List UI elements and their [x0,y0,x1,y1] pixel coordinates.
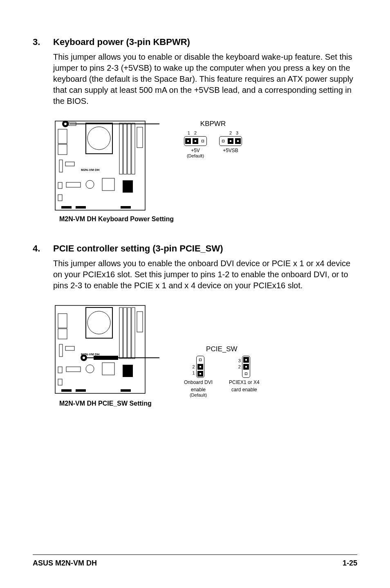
pin-label: 2 [238,364,241,369]
jumper-label: PCIEX1 or X4 [229,379,260,385]
svg-rect-46 [102,363,114,375]
jumper-default: (Default) [190,393,207,397]
section-pcie-controller: 4. PCIE controller setting (3-pin PCIE_S… [33,243,357,407]
diagram-caption: M2N-VM DH Keyboard Power Setting [59,215,357,223]
svg-rect-22 [58,195,62,201]
svg-point-38 [83,357,85,359]
section-number: 3. [33,37,53,47]
svg-rect-35 [59,344,63,357]
svg-rect-25 [121,206,131,209]
svg-rect-21 [123,180,133,193]
svg-rect-18 [66,182,81,187]
section-body: This jumper allows you to enable or disa… [53,52,357,107]
page-footer: ASUS M2N-VM DH 1-25 [33,554,357,568]
svg-rect-20 [102,178,114,191]
pin-label: 3 [236,130,238,135]
svg-rect-24 [76,206,86,209]
svg-rect-2 [58,144,67,155]
jumper-icon [242,356,250,378]
svg-point-4 [87,127,110,150]
svg-rect-31 [119,307,123,359]
svg-point-45 [86,365,94,373]
pin-label: 2 [229,130,232,135]
pin-label: 2 [194,130,197,135]
footer-right: 1-25 [343,559,357,568]
svg-point-30 [87,311,110,334]
section-number: 4. [33,243,53,254]
svg-rect-17 [58,182,62,189]
svg-rect-41 [94,356,118,360]
svg-rect-16 [137,127,143,148]
diagram-kbpwr: M2N-VM DH KBPWR 1 2 [53,119,357,213]
motherboard-diagram-icon: M2N-VM DH [53,303,159,395]
jumper-header: PCIE_SW [184,345,260,353]
svg-rect-47 [123,365,133,377]
jumper-icon [219,136,242,146]
svg-rect-28 [58,329,67,339]
svg-rect-27 [58,314,67,328]
svg-rect-44 [66,367,81,372]
svg-rect-50 [76,389,86,392]
section-title: PCIE controller setting (3-pin PCIE_SW) [53,243,223,254]
svg-rect-49 [61,389,72,392]
svg-rect-33 [128,307,131,359]
jumper-label: Onboard DVI [184,379,213,385]
jumper-label: +5V [184,148,207,153]
svg-point-19 [86,180,94,189]
motherboard-diagram-icon: M2N-VM DH [53,119,159,213]
svg-rect-1 [58,129,67,144]
jumper-label: card enable [231,387,257,393]
diagram-caption: M2N-VM DH PCIE_SW Setting [59,400,357,407]
svg-rect-51 [121,389,131,392]
svg-rect-8 [132,123,135,174]
svg-rect-32 [123,307,127,359]
svg-rect-14 [59,160,63,172]
footer-left: ASUS M2N-VM DH [33,559,97,568]
jumper-icon [196,356,204,378]
svg-rect-36 [65,346,74,350]
jumper-default: (Default) [184,153,207,158]
svg-rect-5 [119,123,123,174]
svg-rect-42 [137,312,143,332]
pin-label: 1 [188,130,190,135]
pin-label: 1 [192,370,195,375]
diagram-pcie: M2N-VM DH PCIE_SW [53,303,357,397]
svg-rect-7 [128,123,131,174]
svg-point-10 [64,123,67,125]
pin-label: 3 [238,358,241,363]
svg-rect-3 [86,123,112,154]
svg-rect-48 [58,379,62,385]
pin-label: 2 [192,364,195,369]
jumper-label: enable [191,387,206,393]
section-title: Keyboard power (3-pin KBPWR) [53,37,190,47]
svg-rect-43 [58,367,62,373]
jumper-header: KBPWR [184,120,242,128]
jumper-icon [184,136,207,146]
section-body: This jumper allows you to enable the onb… [53,258,357,291]
board-label: M2N-VM DH [81,168,100,172]
svg-rect-6 [123,123,127,174]
svg-rect-15 [65,162,74,166]
svg-rect-23 [61,206,72,209]
section-keyboard-power: 3. Keyboard power (3-pin KBPWR) This jum… [33,37,357,223]
svg-rect-29 [86,307,112,338]
svg-rect-34 [132,307,135,359]
jumper-label: +5VSB [219,148,242,153]
